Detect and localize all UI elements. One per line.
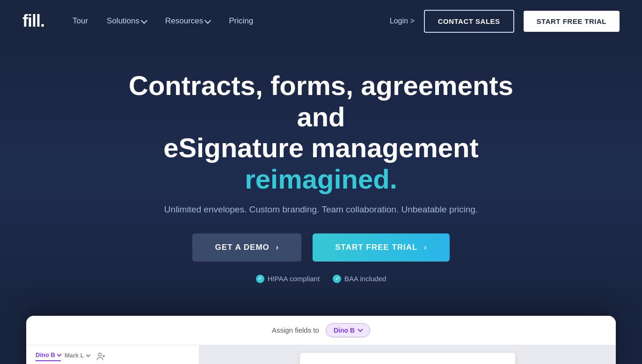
tab1-label: Dino B bbox=[36, 351, 55, 358]
nav-tour[interactable]: Tour bbox=[73, 16, 88, 26]
logo[interactable]: fill. bbox=[22, 11, 44, 31]
sidebar-tab-dino[interactable]: Dino B bbox=[36, 351, 61, 361]
hero-title-part1: Contracts, forms, agreements and bbox=[129, 70, 513, 132]
solutions-chevron-icon bbox=[141, 17, 147, 23]
assign-label: Assign fields to bbox=[272, 326, 319, 334]
nav-solutions[interactable]: Solutions bbox=[107, 16, 146, 26]
demo-button[interactable]: GET A DEMO › bbox=[192, 233, 301, 262]
navbar: fill. Tour Solutions Resources Pricing L… bbox=[0, 0, 642, 42]
preview-body: Dino B Mark L bbox=[26, 345, 616, 364]
nav-resources[interactable]: Resources bbox=[165, 16, 210, 26]
sidebar-tab-mark[interactable]: Mark L bbox=[65, 352, 90, 361]
nav-links: Tour Solutions Resources Pricing bbox=[73, 16, 390, 26]
hero-buttons: GET A DEMO › START FREE TRIAL › bbox=[37, 233, 605, 262]
hero-title: Contracts, forms, agreements and eSignat… bbox=[110, 70, 532, 195]
preview-container: Assign fields to Dino B Dino B Mark L bbox=[26, 316, 616, 364]
preview-document: LEASE AGREEMENT The landlord hereby lets… bbox=[199, 345, 616, 364]
hero-title-highlight: reimagined. bbox=[245, 164, 397, 194]
preview-header: Assign fields to Dino B bbox=[26, 316, 616, 345]
resources-chevron-icon bbox=[204, 17, 211, 23]
start-trial-hero-button[interactable]: START FREE TRIAL › bbox=[313, 233, 449, 262]
hero-subtitle: Unlimited envelopes. Custom branding. Te… bbox=[37, 204, 605, 215]
assign-badge-chevron-icon bbox=[357, 327, 363, 332]
hero-title-part2: eSignature management bbox=[163, 132, 479, 163]
add-person-button[interactable] bbox=[95, 351, 107, 362]
assign-name: Dino B bbox=[334, 327, 355, 334]
baa-check-icon: ✓ bbox=[333, 275, 341, 283]
svg-point-0 bbox=[98, 353, 102, 356]
sidebar-tabs: Dino B Mark L bbox=[26, 345, 199, 364]
nav-right: Login > CONTACT SALES START FREE TRIAL bbox=[390, 10, 620, 33]
nav-pricing[interactable]: Pricing bbox=[229, 16, 253, 26]
start-trial-nav-button[interactable]: START FREE TRIAL bbox=[524, 11, 620, 32]
trial-chevron-icon: › bbox=[424, 243, 427, 252]
document-card: LEASE AGREEMENT The landlord hereby lets… bbox=[300, 353, 515, 364]
tab2-chevron-icon bbox=[86, 353, 90, 357]
login-link[interactable]: Login > bbox=[390, 17, 415, 25]
tab1-chevron-icon bbox=[57, 352, 61, 357]
trial-hero-label: START FREE TRIAL bbox=[335, 243, 417, 252]
contact-sales-button[interactable]: CONTACT SALES bbox=[424, 10, 514, 33]
hero-section: Contracts, forms, agreements and eSignat… bbox=[0, 42, 642, 302]
preview-sidebar: Dino B Mark L bbox=[26, 345, 199, 364]
logo-text: fill. bbox=[22, 11, 44, 30]
assign-badge[interactable]: Dino B bbox=[326, 323, 370, 337]
hipaa-badge: ✓ HIPAA compliant bbox=[256, 275, 320, 283]
compliance-badges: ✓ HIPAA compliant ✓ BAA included bbox=[37, 275, 605, 283]
demo-button-label: GET A DEMO bbox=[215, 243, 269, 252]
demo-chevron-icon: › bbox=[276, 243, 279, 252]
tab2-label: Mark L bbox=[65, 352, 84, 359]
baa-label: BAA included bbox=[344, 275, 386, 283]
hipaa-check-icon: ✓ bbox=[256, 275, 264, 283]
hipaa-label: HIPAA compliant bbox=[268, 275, 320, 283]
baa-badge: ✓ BAA included bbox=[333, 275, 386, 283]
